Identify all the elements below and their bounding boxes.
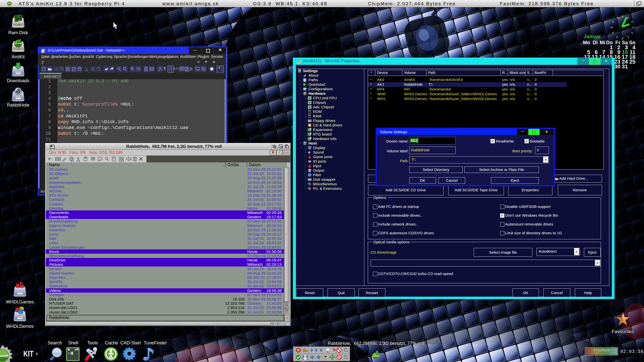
svg-text:Filter: Filter — [313, 173, 321, 177]
svg-text:Paths: Paths — [308, 78, 318, 82]
svg-text:Expansions: Expansions — [313, 127, 333, 132]
svg-text:Floppy drives: Floppy drives — [313, 118, 335, 123]
svg-text:Host: Host — [308, 141, 317, 145]
svg-text:Chipset: Chipset — [313, 100, 326, 105]
svg-text:Settings: Settings — [303, 69, 318, 73]
svg-text:Disk swapper: Disk swapper — [313, 177, 336, 182]
svg-text:Output: Output — [313, 168, 325, 172]
svg-text:Input: Input — [313, 164, 321, 168]
svg-text:Configurations: Configurations — [308, 87, 333, 91]
svg-text:fx: fx — [190, 67, 193, 71]
svg-text:»: » — [218, 66, 220, 69]
svg-text:1>█: 1>█ — [68, 351, 73, 355]
svg-text:Adv. Chipset: Adv. Chipset — [313, 105, 334, 109]
svg-text:Miscellaneous: Miscellaneous — [313, 182, 337, 186]
svg-text:CPU and FPU: CPU and FPU — [313, 96, 337, 100]
svg-text:Display: Display — [313, 146, 326, 150]
svg-text:Quickstart: Quickstart — [308, 82, 326, 86]
svg-text:About: About — [308, 73, 318, 77]
svg-text:Sound: Sound — [313, 150, 324, 154]
svg-text:Game ports: Game ports — [313, 155, 333, 159]
svg-text:Hardware info: Hardware info — [313, 137, 336, 141]
svg-text:</>: </> — [174, 67, 180, 71]
svg-text:Hardware: Hardware — [308, 91, 326, 96]
svg-text:¶: ¶ — [164, 67, 166, 71]
svg-text:RTG board: RTG board — [313, 132, 332, 136]
svg-text:CD & Hard drives: CD & Hard drives — [313, 123, 342, 127]
svg-text:RAM: RAM — [313, 114, 321, 118]
svg-text:ROM: ROM — [313, 109, 322, 114]
svg-text:Pri. & Extensions: Pri. & Extensions — [313, 186, 342, 191]
svg-text:IO ports: IO ports — [313, 159, 326, 163]
